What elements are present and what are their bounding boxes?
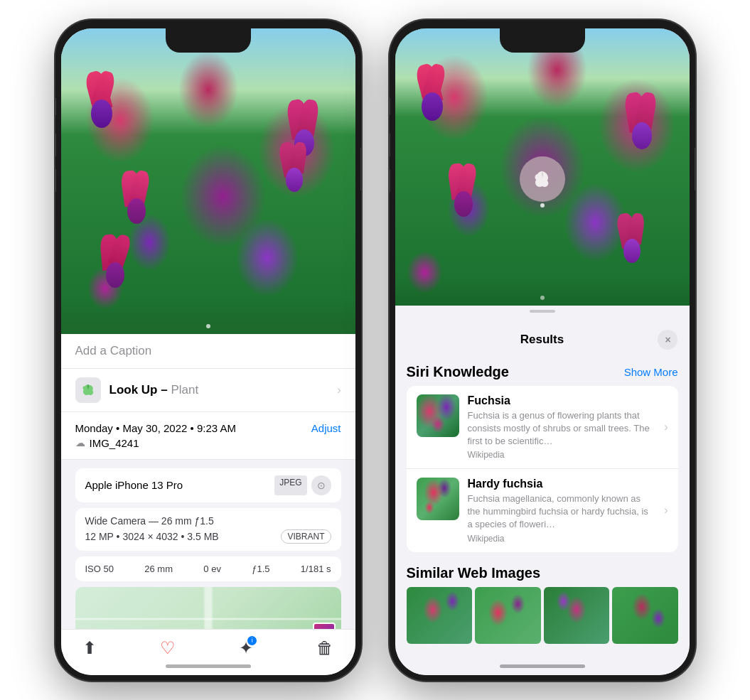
- right-photo-display[interactable]: [395, 28, 690, 306]
- right-volume-up-button[interactable]: [390, 134, 390, 156]
- lookup-row[interactable]: Look Up – Plant ›: [61, 369, 355, 412]
- hardy-fuchsia-description: Fuchsia magellanica, commonly known as t…: [468, 492, 656, 532]
- camera-settings-icon[interactable]: ⊙: [311, 475, 331, 495]
- exif-focal: 26 mm: [144, 564, 173, 574]
- adjust-button[interactable]: Adjust: [311, 422, 341, 434]
- volume-up-button[interactable]: [55, 134, 56, 156]
- bottom-toolbar: ⬆ ♡ ✦ i 🗑: [61, 629, 355, 675]
- lookup-label: Look Up – Plant: [109, 383, 199, 397]
- map-thumbnail[interactable]: [75, 587, 341, 629]
- cloud-icon: ☁: [75, 437, 85, 448]
- siri-knowledge-header: Siri Knowledge Show More: [395, 357, 690, 386]
- silent-switch[interactable]: [55, 98, 56, 115]
- right-home-indicator: [500, 664, 585, 668]
- style-badge: VIBRANT: [281, 529, 331, 544]
- right-screen: Results × Siri Knowledge Show More: [395, 28, 690, 675]
- photo-metadata: Monday • May 30, 2022 • 9:23 AM Adjust ☁…: [61, 412, 355, 460]
- photo-gradient-overlay: [395, 277, 690, 306]
- home-indicator: [166, 664, 251, 668]
- fuchsia-thumbnail: [417, 394, 459, 437]
- photo-display[interactable]: [61, 28, 355, 334]
- share-button[interactable]: ⬆: [82, 638, 97, 658]
- notch: [166, 28, 251, 53]
- fuchsia-chevron-icon: ›: [664, 421, 668, 434]
- flower-4: [277, 142, 313, 192]
- info-button[interactable]: ✦ i: [239, 638, 253, 658]
- fuchsia-name: Fuchsia: [468, 394, 656, 407]
- close-button[interactable]: ×: [658, 330, 677, 350]
- knowledge-item-hardy-fuchsia[interactable]: Hardy fuchsia Fuchsia magellanica, commo…: [407, 469, 678, 552]
- camera-details: Wide Camera — 26 mm ƒ1.5 12 MP • 3024 × …: [75, 508, 341, 551]
- r-flower-4: [615, 213, 650, 263]
- siri-dot: [540, 203, 545, 208]
- hardy-fuchsia-source: Wikipedia: [468, 534, 656, 544]
- right-bottom-bar: [395, 651, 690, 675]
- flower-3: [118, 171, 157, 224]
- knowledge-card: Fuchsia Fuchsia is a genus of flowering …: [407, 386, 678, 552]
- right-silent-switch[interactable]: [390, 98, 390, 115]
- format-badge: JPEG: [274, 475, 306, 495]
- fuchsia-thumb-image: [417, 394, 459, 437]
- exif-iso: ISO 50: [85, 564, 114, 574]
- r-flower-3: [445, 163, 484, 217]
- similar-image-2[interactable]: [475, 587, 541, 644]
- lookup-chevron-icon: ›: [337, 384, 341, 397]
- fuchsia-description: Fuchsia is a genus of flowering plants t…: [468, 409, 656, 448]
- sim-image-3: [544, 587, 610, 644]
- device-name: Apple iPhone 13 Pro: [85, 479, 183, 491]
- similar-image-1[interactable]: [407, 587, 473, 644]
- photo-info-panel: Add a Caption Look Up – Plant ›: [61, 334, 355, 629]
- filename: IMG_4241: [90, 437, 139, 449]
- right-notch: [500, 28, 585, 53]
- drag-handle-area: [395, 306, 690, 320]
- caption-field[interactable]: Add a Caption: [61, 334, 355, 369]
- similar-images-section: Similar Web Images: [395, 558, 690, 650]
- right-volume-down-button[interactable]: [390, 169, 390, 192]
- fuchsia-source: Wikipedia: [468, 450, 656, 460]
- siri-visual-lookup-button[interactable]: [520, 156, 565, 202]
- delete-button[interactable]: 🗑: [316, 638, 333, 658]
- lookup-icon: [75, 377, 101, 403]
- exif-shutter: 1/181 s: [301, 564, 331, 574]
- device-section: Apple iPhone 13 Pro JPEG ⊙ Wide Camera —…: [61, 460, 355, 629]
- results-panel-wrapper: Results × Siri Knowledge Show More: [395, 306, 690, 675]
- drag-handle: [530, 310, 555, 313]
- power-button[interactable]: [360, 148, 361, 190]
- photo-indicator: [206, 324, 210, 328]
- caption-placeholder: Add a Caption: [75, 344, 152, 357]
- hardy-fuchsia-chevron-icon: ›: [664, 504, 668, 517]
- hardy-fuchsia-name: Hardy fuchsia: [468, 478, 656, 490]
- exif-row: ISO 50 26 mm 0 ev ƒ1.5 1/181 s: [75, 556, 341, 581]
- photo-date: Monday • May 30, 2022 • 9:23 AM: [75, 422, 236, 434]
- camera-specs: 12 MP • 3024 × 4032 • 3.5 MB: [85, 531, 219, 542]
- sim-image-2: [475, 587, 541, 644]
- results-panel: Results × Siri Knowledge Show More: [395, 306, 690, 651]
- right-phone: Results × Siri Knowledge Show More: [390, 20, 695, 681]
- knowledge-item-fuchsia[interactable]: Fuchsia Fuchsia is a genus of flowering …: [407, 386, 678, 470]
- device-row: Apple iPhone 13 Pro JPEG ⊙: [75, 468, 341, 502]
- right-power-button[interactable]: [695, 148, 695, 190]
- info-badge: i: [247, 636, 257, 645]
- favorite-button[interactable]: ♡: [160, 638, 176, 658]
- flower-5: [97, 235, 136, 288]
- map-roads: [75, 587, 341, 629]
- sim-image-1: [407, 587, 473, 644]
- similar-images-grid: [407, 587, 678, 644]
- similar-image-3[interactable]: [544, 587, 610, 644]
- left-phone: Add a Caption Look Up – Plant ›: [55, 20, 361, 681]
- leaf-icon: [532, 168, 553, 190]
- similar-image-4[interactable]: [612, 587, 678, 644]
- hardy-fuchsia-info: Hardy fuchsia Fuchsia magellanica, commo…: [468, 478, 656, 544]
- r-flower-1: [413, 64, 456, 121]
- format-badges: JPEG ⊙: [274, 475, 331, 495]
- camera-line1: Wide Camera — 26 mm ƒ1.5: [85, 515, 331, 527]
- results-header: Results ×: [395, 320, 690, 357]
- show-more-button[interactable]: Show More: [624, 366, 678, 378]
- results-title: Results: [520, 333, 564, 347]
- sim-image-4: [612, 587, 678, 644]
- left-screen: Add a Caption Look Up – Plant ›: [61, 28, 355, 675]
- r-flower-2: [622, 92, 665, 149]
- hardy-fuchsia-thumbnail: [417, 478, 459, 520]
- exif-ev: 0 ev: [203, 564, 221, 574]
- volume-down-button[interactable]: [55, 169, 56, 192]
